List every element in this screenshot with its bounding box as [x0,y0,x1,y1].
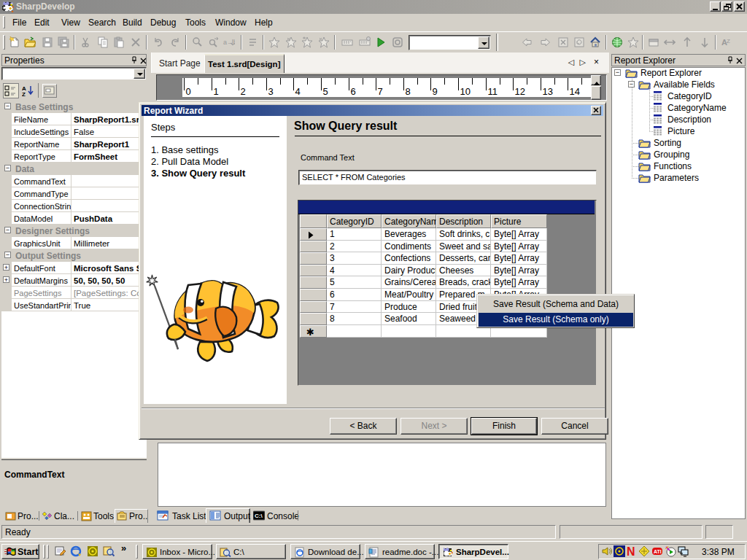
svg-text:14: 14 [570,86,580,97]
svg-text:3: 3 [268,86,274,97]
svg-text:1: 1 [214,86,219,97]
svg-text:0: 0 [186,86,191,97]
svg-text:C:\: C:\ [255,513,263,519]
svg-text:4: 4 [295,86,301,97]
svg-text:12: 12 [515,86,525,97]
svg-text:2: 2 [241,86,246,97]
svg-text:N: N [627,545,635,557]
svg-text:Z: Z [727,38,730,44]
svg-text:9: 9 [433,86,438,97]
svg-text:Z: Z [22,91,26,97]
svg-text:ATI: ATI [654,549,662,554]
svg-text:7: 7 [378,86,383,97]
svg-text:8: 8 [406,86,411,97]
svg-text:13: 13 [543,86,553,97]
svg-text:10: 10 [460,86,471,97]
svg-text:11: 11 [488,86,498,97]
svg-text:5: 5 [323,86,328,97]
svg-text:6: 6 [351,86,356,97]
